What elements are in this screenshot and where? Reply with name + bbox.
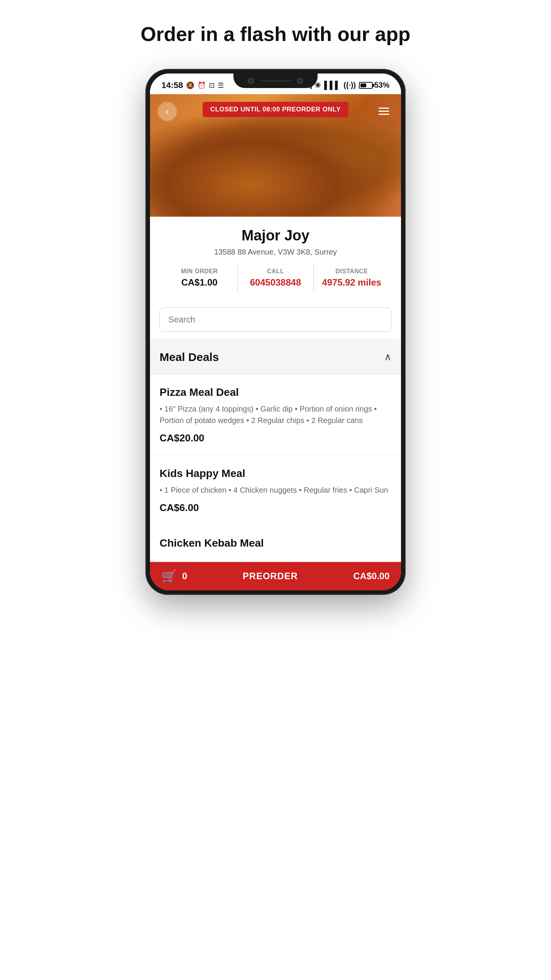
min-order-label: MIN ORDER <box>167 268 231 275</box>
battery-indicator: 53% <box>359 81 390 90</box>
battery-percent: 53% <box>374 81 390 90</box>
menu-item[interactable]: Pizza Meal Deal • 16" Pizza (any 4 toppi… <box>150 375 401 456</box>
closed-banner: CLOSED UNTIL 08:00 PREORDER ONLY <box>203 102 349 117</box>
meal-deals-section-header[interactable]: Meal Deals ∧ <box>150 340 401 375</box>
hero-image: ‹ CLOSED UNTIL 08:00 PREORDER ONLY <box>150 94 401 217</box>
cart-icon: 🛒 <box>161 569 177 583</box>
menu-item[interactable]: Chicken Kebab Meal <box>150 526 401 562</box>
preorder-label[interactable]: PREORDER <box>243 571 298 581</box>
alarm-icon: ⏰ <box>197 81 206 90</box>
item-name: Pizza Meal Deal <box>160 386 391 399</box>
item-name: Kids Happy Meal <box>160 467 391 480</box>
signal-icon: ▌▌▌ <box>324 81 341 90</box>
item-name: Chicken Kebab Meal <box>160 537 391 549</box>
restaurant-address: 13588 88 Avenue, V3W 3K8, Surrey <box>161 248 390 256</box>
back-arrow-icon: ‹ <box>166 106 169 116</box>
search-container <box>150 300 401 340</box>
restaurant-name: Major Joy <box>161 227 390 244</box>
menu-button[interactable] <box>374 102 393 121</box>
menu-item[interactable]: Kids Happy Meal • 1 Piece of chicken • 4… <box>150 456 401 526</box>
food-image <box>150 109 401 217</box>
notch <box>233 74 318 88</box>
item-description: • 1 Piece of chicken • 4 Chicken nuggets… <box>160 484 391 496</box>
status-left: 14:58 🔕 ⏰ ⊡ ☰ <box>161 80 224 90</box>
speaker <box>260 80 291 82</box>
cart-section[interactable]: 🛒 0 <box>161 569 187 583</box>
call-value[interactable]: 6045038848 <box>243 277 308 288</box>
time-display: 14:58 <box>161 80 183 90</box>
nfc-icon: ☰ <box>218 81 224 90</box>
phone-screen: 14:58 🔕 ⏰ ⊡ ☰ ◁ ✳ ▌▌▌ ((·)) 53% <box>150 74 401 590</box>
section-title: Meal Deals <box>160 351 219 364</box>
status-right: ◁ ✳ ▌▌▌ ((·)) 53% <box>306 81 390 90</box>
restaurant-meta: MIN ORDER CA$1.00 CALL 6045038848 DISTAN… <box>161 264 390 292</box>
item-description: • 16" Pizza (any 4 toppings) • Garlic di… <box>160 403 391 426</box>
cart-count: 0 <box>182 571 187 581</box>
call-label: CALL <box>243 268 308 275</box>
min-order-value: CA$1.00 <box>167 277 231 288</box>
distance-label: DISTANCE <box>320 268 384 275</box>
search-input[interactable] <box>160 307 391 332</box>
distance-item: DISTANCE 4975.92 miles <box>314 264 390 292</box>
item-price: CA$20.00 <box>160 432 391 444</box>
back-button[interactable]: ‹ <box>158 102 177 121</box>
storage-icon: ⊡ <box>209 81 215 90</box>
menu-line-3 <box>378 114 389 115</box>
sensor <box>297 78 303 84</box>
menu-line-2 <box>378 111 389 112</box>
menu-line-1 <box>378 108 389 109</box>
item-price: CA$6.00 <box>160 502 391 514</box>
phone-frame: 14:58 🔕 ⏰ ⊡ ☰ ◁ ✳ ▌▌▌ ((·)) 53% <box>145 69 406 595</box>
front-camera <box>248 78 254 84</box>
distance-value: 4975.92 miles <box>320 277 384 288</box>
mute-icon: 🔕 <box>186 81 194 90</box>
chevron-up-icon: ∧ <box>384 351 391 363</box>
min-order-item: MIN ORDER CA$1.00 <box>161 264 237 292</box>
bottom-nav: 🛒 0 PREORDER CA$0.00 <box>150 562 401 590</box>
wifi-icon: ((·)) <box>344 81 356 90</box>
cart-total: CA$0.00 <box>353 571 390 581</box>
restaurant-info: Major Joy 13588 88 Avenue, V3W 3K8, Surr… <box>150 217 401 300</box>
menu-items-list: Pizza Meal Deal • 16" Pizza (any 4 toppi… <box>150 375 401 562</box>
page-headline: Order in a flash with our app <box>126 23 426 46</box>
call-item[interactable]: CALL 6045038848 <box>238 264 313 292</box>
